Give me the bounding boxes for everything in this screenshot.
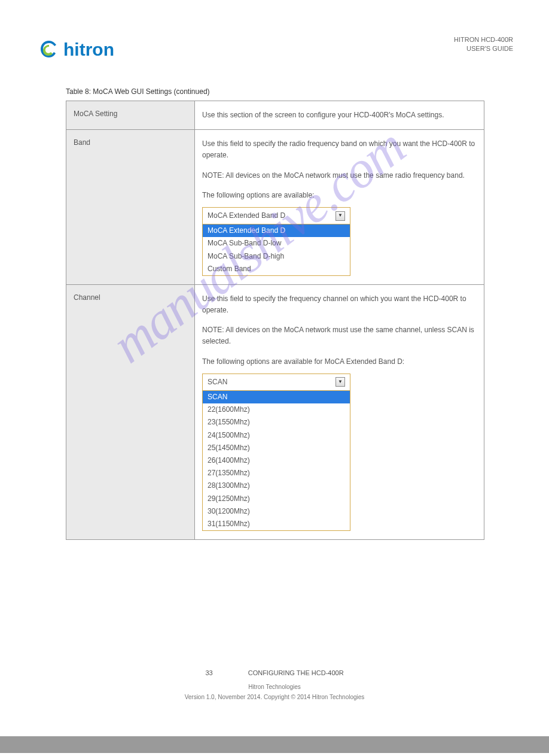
footer-company: Hitron Technologies [0,684,549,690]
dropdown-selected-row[interactable]: MoCA Extended Band D ▼ [203,208,350,224]
dropdown-option[interactable]: 25(1450Mhz) [203,442,350,454]
table-row: MoCA Setting Use this section of the scr… [66,101,484,130]
table-title: Table 8: MoCA Web GUI Settings (continue… [66,87,513,96]
footer-page-chapter: 33 CONFIGURING THE HCD-400R [0,669,549,676]
row-label: Channel [66,284,195,539]
dropdown-selected-text: SCAN [208,377,227,388]
row-label: Band [66,130,195,285]
desc-paragraph: The following options are available: [202,190,477,201]
dropdown-option[interactable]: MoCA Extended Band D [203,224,350,237]
chevron-down-icon[interactable]: ▼ [336,211,345,221]
desc-paragraph: Use this field to specify the frequency … [202,293,477,316]
dropdown-selected-row[interactable]: SCAN ▼ [203,374,350,391]
svg-text:hitron: hitron [63,40,114,59]
row-desc: Use this field to specify the frequency … [195,284,484,539]
dropdown-list: MoCA Extended Band D MoCA Sub-Band D-low… [203,224,350,275]
table-row: Band Use this field to specify the radio… [66,130,484,285]
logo: hitron [36,36,155,63]
bottom-bar [0,736,549,753]
page-footer: 33 CONFIGURING THE HCD-400R Hitron Techn… [0,669,549,700]
desc-paragraph: Use this field to specify the radio freq… [202,138,477,161]
chapter-name: CONFIGURING THE HCD-400R [248,669,344,676]
footer-version: Version 1.0, November 2014. Copyright © … [0,694,549,700]
header-product-title: HITRON HCD-400R USER'S GUIDE [454,36,513,52]
dropdown-option[interactable]: 23(1550Mhz) [203,416,350,429]
channel-dropdown[interactable]: SCAN ▼ SCAN 22(1600Mhz) 23(1550Mhz) 24(1… [202,374,350,531]
dropdown-option[interactable]: 31(1150Mhz) [203,518,350,530]
page-header: hitron HITRON HCD-400R USER'S GUIDE [36,36,513,63]
dropdown-option[interactable]: 29(1250Mhz) [203,493,350,505]
dropdown-option[interactable]: 26(1400Mhz) [203,454,350,467]
desc-paragraph: NOTE: All devices on the MoCA network mu… [202,324,477,347]
table-row: Channel Use this field to specify the fr… [66,284,484,539]
page-number: 33 [205,669,212,676]
dropdown-option[interactable]: MoCA Sub-Band D-low [203,237,350,250]
dropdown-selected-text: MoCA Extended Band D [208,210,285,221]
dropdown-option[interactable]: Custom Band [203,263,350,275]
dropdown-option[interactable]: MoCA Sub-Band D-high [203,250,350,263]
header-doc-type: USER'S GUIDE [454,45,513,52]
row-desc: Use this section of the screen to config… [195,101,484,130]
dropdown-option[interactable]: 27(1350Mhz) [203,467,350,479]
dropdown-option[interactable]: 28(1300Mhz) [203,479,350,492]
dropdown-option[interactable]: 22(1600Mhz) [203,403,350,416]
header-product-name: HITRON HCD-400R [454,36,513,43]
dropdown-option[interactable]: 24(1500Mhz) [203,429,350,442]
dropdown-option[interactable]: 30(1200Mhz) [203,505,350,518]
dropdown-option[interactable]: SCAN [203,391,350,403]
desc-paragraph: The following options are available for … [202,356,477,368]
row-desc: Use this field to specify the radio freq… [195,130,484,285]
desc-paragraph: NOTE: All devices on the MoCA network mu… [202,170,477,181]
row-label: MoCA Setting [66,101,195,130]
band-dropdown[interactable]: MoCA Extended Band D ▼ MoCA Extended Ban… [202,207,350,276]
dropdown-list: SCAN 22(1600Mhz) 23(1550Mhz) 24(1500Mhz)… [203,391,350,530]
settings-table: MoCA Setting Use this section of the scr… [66,101,484,540]
chevron-down-icon[interactable]: ▼ [336,377,345,387]
